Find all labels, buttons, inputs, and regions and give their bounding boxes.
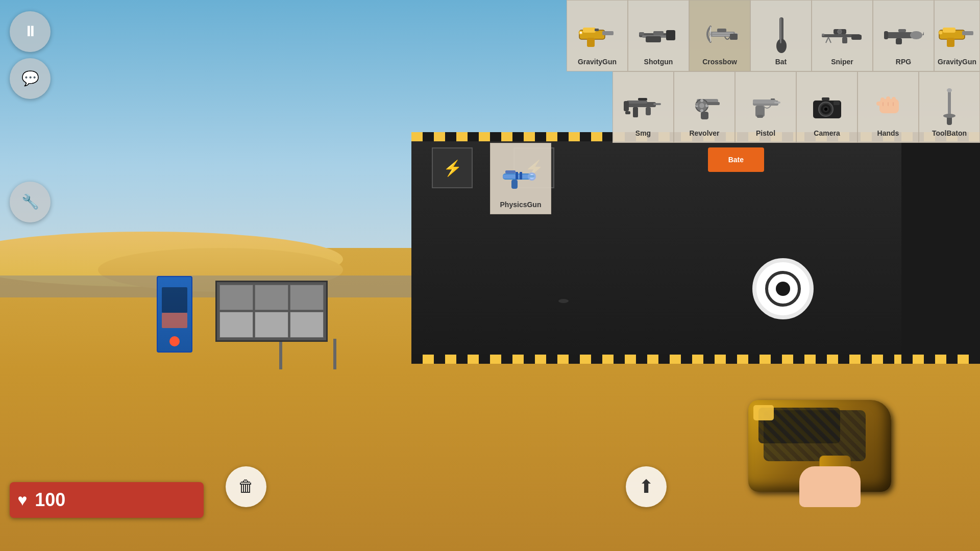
weapon-grid-row1: GravityGun Shotgun <box>567 0 980 71</box>
settings-button[interactable]: 🔧 <box>10 182 51 222</box>
svg-line-32 <box>828 37 831 43</box>
arrow-up-icon: ⬆ <box>639 476 654 497</box>
player-hand <box>799 466 861 507</box>
sign-cell-6 <box>290 312 324 338</box>
arrow-up-button[interactable]: ⬆ <box>626 466 667 507</box>
health-value: 100 <box>35 489 65 511</box>
target-inner-ring <box>765 271 801 307</box>
svg-rect-45 <box>627 101 647 104</box>
weapon-icon-gravity-gun-2 <box>936 15 979 56</box>
weapon-cell-physicsgun[interactable]: PhysicsGun <box>490 143 551 214</box>
svg-rect-3 <box>587 38 595 47</box>
svg-point-54 <box>699 103 704 108</box>
sign-cell-2 <box>255 285 288 311</box>
weapon-name-revolver: Revolver <box>689 129 719 137</box>
pause-icon: ⏸ <box>23 23 37 40</box>
weapon-cell-revolver[interactable]: Revolver <box>674 71 735 143</box>
sign-leg-2 <box>333 339 336 369</box>
weapon-cell-hands[interactable]: Hands <box>857 71 919 143</box>
svg-point-5 <box>580 32 582 34</box>
weapon-name-shotgun: Shotgun <box>644 58 673 66</box>
svg-rect-65 <box>757 115 763 118</box>
svg-rect-66 <box>774 102 780 104</box>
vending-machine-button <box>169 336 180 346</box>
weapon-cell-pistol[interactable]: Pistol <box>735 71 796 143</box>
player-weapon <box>707 364 901 507</box>
weapon-icon-rpg <box>882 15 925 56</box>
svg-rect-73 <box>822 97 829 101</box>
svg-point-86 <box>943 114 955 118</box>
lightning-icon-1: ⚡ <box>443 159 462 177</box>
chat-icon: 💬 <box>21 70 39 87</box>
weapon-cell-toolbaton[interactable]: ToolBaton <box>919 71 980 143</box>
svg-rect-60 <box>701 112 708 119</box>
svg-rect-9 <box>666 30 675 40</box>
svg-rect-49 <box>625 111 630 114</box>
svg-rect-74 <box>834 101 840 105</box>
weapon-cell-sniper[interactable]: Sniper <box>812 0 873 71</box>
svg-rect-41 <box>962 31 973 35</box>
svg-rect-11 <box>639 32 644 35</box>
weapon-name-gravity-gun-1: GravityGun <box>578 58 617 66</box>
svg-rect-40 <box>943 28 955 33</box>
target-center <box>776 282 790 296</box>
weapon-name-pistol: Pistol <box>756 129 775 137</box>
svg-rect-51 <box>638 98 647 101</box>
svg-rect-61 <box>696 103 698 106</box>
svg-rect-78 <box>886 96 890 103</box>
weapon-name-hands: Hands <box>877 129 899 137</box>
weapon-icon-bat <box>760 15 803 56</box>
svg-rect-22 <box>780 18 781 43</box>
svg-rect-95 <box>505 170 516 173</box>
weapon-name-bat: Bat <box>775 58 787 66</box>
svg-rect-47 <box>653 103 661 105</box>
weapon-cell-smg[interactable]: Smg <box>612 71 674 143</box>
weapon-icon-shotgun <box>637 15 680 56</box>
svg-rect-1 <box>583 28 596 33</box>
vending-machine-screen <box>162 313 187 328</box>
svg-rect-48 <box>624 101 629 111</box>
weapon-name-camera: Camera <box>814 129 840 137</box>
svg-rect-63 <box>753 99 776 104</box>
svg-rect-46 <box>633 107 638 117</box>
weapon-cell-crossbow[interactable]: Crossbow <box>689 0 750 71</box>
svg-rect-10 <box>646 36 661 42</box>
hazard-stripe-bottom <box>411 355 980 364</box>
svg-marker-35 <box>922 32 924 35</box>
sign-cell-3 <box>290 285 324 311</box>
svg-rect-36 <box>896 38 902 44</box>
svg-rect-93 <box>528 175 534 178</box>
svg-rect-38 <box>884 31 888 39</box>
vending-machine <box>157 276 192 353</box>
pause-button[interactable]: ⏸ <box>10 11 51 52</box>
weapon-cell-rpg[interactable]: RPG <box>873 0 934 71</box>
trash-button[interactable]: 🗑 <box>226 466 266 507</box>
weapon-icon-toolbaton <box>928 86 971 127</box>
health-bar-container: ♥ 100 <box>10 482 204 518</box>
svg-rect-33 <box>886 32 914 38</box>
weapon-icon-smg <box>622 86 665 127</box>
svg-point-55 <box>700 99 703 102</box>
weapon-name-physicsgun: PhysicsGun <box>500 201 542 209</box>
sign-cell-4 <box>219 312 253 338</box>
weapon-icon-revolver <box>683 86 726 127</box>
sign-leg-1 <box>279 339 282 369</box>
weapon-icon-gravity-gun-1 <box>576 15 619 56</box>
svg-point-72 <box>824 108 827 111</box>
weapon-icon-pistol <box>744 86 788 127</box>
trash-icon: 🗑 <box>238 477 254 496</box>
weapon-cell-gravity-gun-1[interactable]: GravityGun <box>567 0 628 71</box>
weapon-cell-bat[interactable]: Bat <box>750 0 812 71</box>
weapon-name-sniper: Sniper <box>831 58 853 66</box>
weapon-cell-shotgun[interactable]: Shotgun <box>628 0 689 71</box>
weapon-cell-camera[interactable]: Camera <box>796 71 857 143</box>
chat-button[interactable]: 💬 <box>10 58 51 99</box>
orange-sign-text: Bate <box>728 156 744 164</box>
weapon-cell-gravity-gun-2[interactable]: GravityGun <box>934 0 980 71</box>
svg-line-31 <box>826 37 828 43</box>
svg-rect-12 <box>653 31 664 35</box>
svg-rect-19 <box>730 34 738 40</box>
weapon-name-rpg: RPG <box>896 58 911 66</box>
weapon-detail-yellow <box>753 405 774 420</box>
left-controls: ⏸ 💬 🔧 <box>10 11 51 222</box>
